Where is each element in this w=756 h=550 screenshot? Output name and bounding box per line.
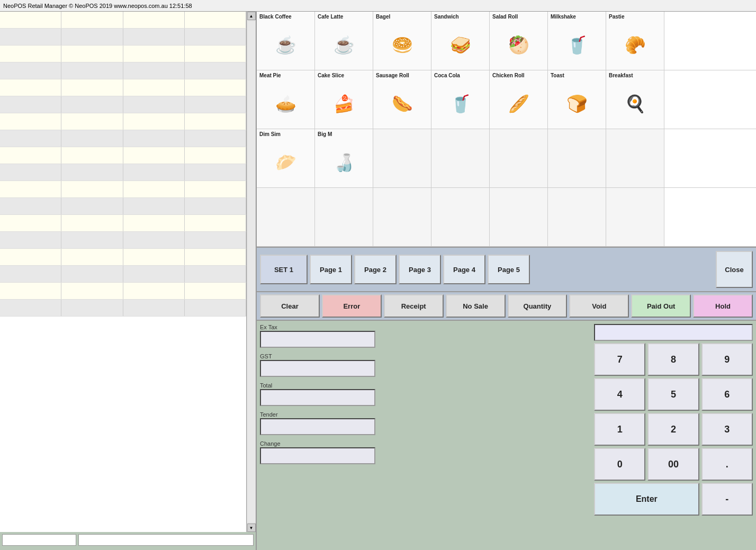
table-cell <box>61 130 123 147</box>
table-row[interactable] <box>0 266 246 283</box>
product-name-label: Breakfast <box>607 71 663 80</box>
numpad-key-6[interactable]: 6 <box>701 378 753 411</box>
product-item-chicken-roll[interactable]: Chicken Roll🥖 <box>490 70 548 129</box>
table-cell <box>0 46 61 62</box>
table-cell <box>61 164 123 181</box>
gst-input[interactable] <box>260 360 375 377</box>
void-button[interactable]: Void <box>569 294 629 318</box>
left-input-1[interactable] <box>2 534 76 546</box>
table-row[interactable] <box>0 215 246 232</box>
table-row[interactable] <box>0 283 246 300</box>
table-cell <box>185 46 246 62</box>
numpad-key-00[interactable]: 00 <box>647 448 699 481</box>
product-cell-empty <box>431 188 490 246</box>
product-item-sandwich[interactable]: Sandwich🥪 <box>431 12 490 70</box>
total-input[interactable] <box>260 389 375 406</box>
numpad-display[interactable] <box>594 324 753 341</box>
numpad-key-9[interactable]: 9 <box>701 343 753 376</box>
product-item-salad-roll[interactable]: Salad Roll🥙 <box>490 12 548 70</box>
table-row[interactable] <box>0 29 246 46</box>
table-row[interactable] <box>0 113 246 130</box>
product-item-bagel[interactable]: Bagel🥯 <box>373 12 431 70</box>
page5-button[interactable]: Page 5 <box>488 255 530 284</box>
clear-button[interactable]: Clear <box>260 294 320 318</box>
table-row[interactable] <box>0 12 246 29</box>
product-item-breakfast[interactable]: Breakfast🍳 <box>606 70 664 129</box>
table-row[interactable] <box>0 130 246 147</box>
hold-button[interactable]: Hold <box>693 294 753 318</box>
table-row[interactable] <box>0 46 246 62</box>
product-name-label: Milkshake <box>549 13 605 21</box>
table-row[interactable] <box>0 147 246 164</box>
numpad-key-3[interactable]: 3 <box>701 413 753 446</box>
product-item-meat-pie[interactable]: Meat Pie🥧 <box>257 70 315 129</box>
table-cell <box>185 164 246 181</box>
scroll-up-btn[interactable]: ▲ <box>247 12 256 20</box>
close-button[interactable]: Close <box>716 251 753 288</box>
product-item-cafe-latte[interactable]: Cafe Latte☕ <box>315 12 373 70</box>
page4-button[interactable]: Page 4 <box>443 255 485 284</box>
product-item-toast[interactable]: Toast🍞 <box>548 70 606 129</box>
product-item-black-coffee[interactable]: Black Coffee☕ <box>257 12 315 70</box>
table-cell <box>61 249 123 265</box>
bottom-spacer <box>386 324 590 547</box>
page1-button[interactable]: Page 1 <box>310 255 352 284</box>
scroll-down-btn[interactable]: ▼ <box>247 524 256 532</box>
receipt-button[interactable]: Receipt <box>384 294 444 318</box>
tender-input[interactable] <box>260 418 375 435</box>
table-row[interactable] <box>0 164 246 181</box>
table-row[interactable] <box>0 232 246 249</box>
product-item-coca-cola[interactable]: Coca Cola🥤 <box>431 70 490 129</box>
product-item-pastie[interactable]: Pastie🥐 <box>606 12 664 70</box>
product-item-milkshake[interactable]: Milkshake🥤 <box>548 12 606 70</box>
table-row[interactable] <box>0 249 246 266</box>
numpad-key-8[interactable]: 8 <box>647 343 699 376</box>
nosale-button[interactable]: No Sale <box>446 294 506 318</box>
scrollbar[interactable]: ▲ ▼ <box>246 12 256 532</box>
set1-button[interactable]: SET 1 <box>260 255 308 284</box>
table-row[interactable] <box>0 300 246 317</box>
product-row-4 <box>257 188 756 247</box>
table-cell <box>0 29 61 45</box>
table-cell <box>185 29 246 45</box>
left-input-2[interactable] <box>78 534 254 546</box>
table-cell <box>185 96 246 113</box>
numpad-key-4[interactable]: 4 <box>594 378 645 411</box>
error-button[interactable]: Error <box>322 294 382 318</box>
product-item-big-m[interactable]: Big M🍶 <box>315 129 373 187</box>
minus-button[interactable]: - <box>701 483 753 516</box>
product-item-dim-sim[interactable]: Dim Sim🥟 <box>257 129 315 187</box>
page3-button[interactable]: Page 3 <box>399 255 441 284</box>
extax-input[interactable] <box>260 331 375 348</box>
product-item-cake-slice[interactable]: Cake Slice🍰 <box>315 70 373 129</box>
tender-group: Tender <box>260 411 382 435</box>
paidout-button[interactable]: Paid Out <box>631 294 691 318</box>
table-cell <box>0 198 61 214</box>
table-row[interactable] <box>0 62 246 79</box>
table-row[interactable] <box>0 198 246 215</box>
product-name-label: Big M <box>316 130 372 139</box>
change-input[interactable] <box>260 447 375 464</box>
product-item-sausage-roll[interactable]: Sausage Roll🌭 <box>373 70 431 129</box>
table-cell <box>61 215 123 231</box>
table-cell <box>0 249 61 265</box>
table-row[interactable] <box>0 181 246 198</box>
product-cell-empty <box>490 129 548 187</box>
quantity-button[interactable]: Quantity <box>508 294 568 318</box>
page2-button[interactable]: Page 2 <box>354 255 397 284</box>
numpad-key-0[interactable]: 0 <box>594 448 645 481</box>
product-image: 🥙 <box>495 21 543 69</box>
numpad-key-2[interactable]: 2 <box>647 413 699 446</box>
product-cell-empty <box>606 129 664 187</box>
product-cell-empty <box>490 188 548 246</box>
product-name-label: Chicken Roll <box>491 71 546 80</box>
numpad-key-dot[interactable]: . <box>701 448 753 481</box>
table-cell <box>61 29 123 45</box>
table-row[interactable] <box>0 79 246 96</box>
numpad-key-7[interactable]: 7 <box>594 343 645 376</box>
numpad-key-5[interactable]: 5 <box>647 378 699 411</box>
enter-button[interactable]: Enter <box>594 483 699 516</box>
numpad-key-1[interactable]: 1 <box>594 413 645 446</box>
table-row[interactable] <box>0 96 246 113</box>
product-image: 🥯 <box>379 21 426 69</box>
